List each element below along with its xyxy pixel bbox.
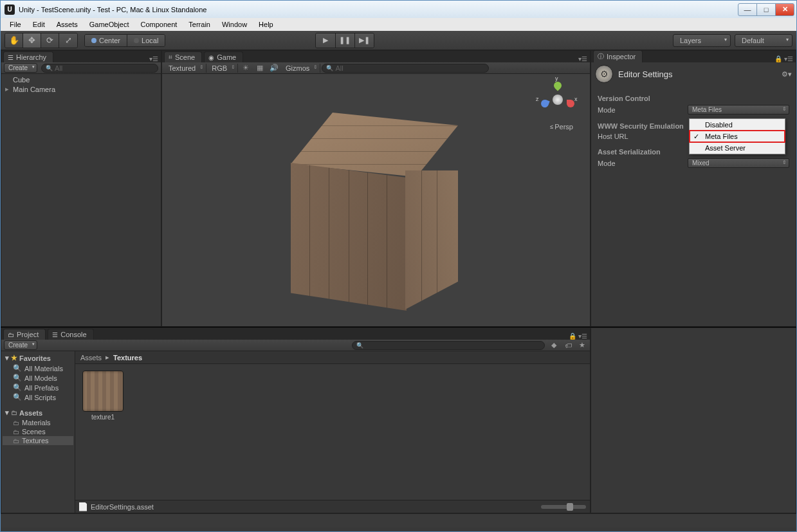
favorite-item[interactable]: 🔍All Materials xyxy=(3,363,73,373)
lock-icon[interactable]: 🔒 ▾☰ xyxy=(774,55,796,62)
asset-grid[interactable]: texture1 xyxy=(75,364,590,500)
breadcrumb-root[interactable]: Assets xyxy=(80,354,102,362)
chevron-right-icon: ▸ xyxy=(105,353,109,362)
tab-scene[interactable]: ⌗Scene xyxy=(164,51,202,62)
scene-viewport[interactable]: y x z ≤Persp xyxy=(162,74,590,326)
center-icon xyxy=(91,38,96,43)
minimize-button[interactable]: ― xyxy=(738,3,757,16)
z-axis-label: z xyxy=(536,96,539,102)
play-button[interactable]: ▶ xyxy=(316,33,335,48)
y-axis-label: y xyxy=(555,75,558,82)
x-axis-cone-icon[interactable] xyxy=(567,100,574,107)
scene-search-input[interactable]: 🔍 All xyxy=(322,64,489,73)
asset-ser-mode-dropdown[interactable]: Mixed xyxy=(688,158,789,168)
hand-tool-button[interactable]: ✋ xyxy=(5,33,23,48)
folder-item[interactable]: 🗀Textures xyxy=(3,436,73,445)
host-url-label: Host URL xyxy=(598,133,688,140)
cube-gameobject[interactable] xyxy=(278,113,471,318)
step-button[interactable]: ▶❚ xyxy=(354,33,374,48)
inspector-title: Editor Settings xyxy=(618,69,776,79)
menu-gameobject[interactable]: GameObject xyxy=(84,19,134,30)
folder-icon: 🗀 xyxy=(13,419,19,427)
menu-file[interactable]: File xyxy=(5,19,26,30)
scene-toolbar: Textured RGB ☀ ▦ 🔊 Gizmos 🔍 All xyxy=(162,62,590,74)
favorite-item[interactable]: 🔍All Models xyxy=(3,373,73,383)
popup-option-asset-server[interactable]: Asset Server xyxy=(690,142,785,154)
texture-thumbnail xyxy=(82,371,124,412)
orientation-gizmo[interactable]: y x z xyxy=(538,80,577,119)
hierarchy-item[interactable]: Cube xyxy=(4,75,158,84)
pivot-local-button[interactable]: Local xyxy=(127,35,165,46)
panel-menu-icon[interactable]: ▾☰ xyxy=(149,55,161,62)
pivot-center-button[interactable]: Center xyxy=(85,35,127,46)
tab-game[interactable]: ◉Game xyxy=(204,51,243,62)
console-icon: ☰ xyxy=(52,331,58,338)
project-create-dropdown[interactable]: Create xyxy=(4,340,37,350)
save-search-button[interactable]: ★ xyxy=(577,341,587,350)
panel-menu-icon[interactable]: ▾☰ xyxy=(578,55,590,62)
close-button[interactable]: ✕ xyxy=(775,3,794,16)
folder-item[interactable]: 🗀Scenes xyxy=(3,427,73,436)
scale-tool-button[interactable]: ⤢ xyxy=(59,33,77,48)
scene-audio-toggle[interactable]: 🔊 xyxy=(268,63,280,73)
favorites-group[interactable]: ▾★Favorites xyxy=(3,353,73,363)
menu-component[interactable]: Component xyxy=(135,19,182,30)
layers-dropdown[interactable]: Layers xyxy=(673,34,731,47)
hierarchy-create-dropdown[interactable]: Create xyxy=(4,63,37,73)
inspector-icon: ⓘ xyxy=(598,52,604,61)
menu-assets[interactable]: Assets xyxy=(51,19,83,30)
x-axis-label: x xyxy=(574,96,578,102)
popup-option-meta-files[interactable]: Meta Files xyxy=(690,131,785,142)
inspector-panel: ⓘInspector 🔒 ▾☰ ⚙ Editor Settings ⚙▾ Ver… xyxy=(591,50,796,327)
vc-mode-dropdown[interactable]: Meta Files xyxy=(688,105,789,115)
projection-toggle[interactable]: ≤Persp xyxy=(550,123,573,131)
tab-inspector[interactable]: ⓘInspector xyxy=(593,50,643,62)
menu-window[interactable]: Window xyxy=(217,19,252,30)
search-by-type-button[interactable]: ◆ xyxy=(549,341,559,350)
selected-asset-path: EditorSettings.asset xyxy=(91,503,154,511)
hierarchy-search-input[interactable]: 🔍 All xyxy=(41,64,158,73)
asset-tile[interactable]: texture1 xyxy=(82,371,124,421)
y-axis-cone-icon[interactable] xyxy=(553,80,563,91)
tab-console[interactable]: ☰Console xyxy=(48,329,93,340)
pause-button[interactable]: ❚❚ xyxy=(335,33,354,48)
favorite-item[interactable]: 🔍All Scripts xyxy=(3,392,73,402)
gizmo-center-icon[interactable] xyxy=(553,95,563,105)
component-menu-icon[interactable]: ⚙▾ xyxy=(782,70,792,78)
play-controls: ▶ ❚❚ ▶❚ xyxy=(315,33,374,48)
render-mode-dropdown[interactable]: RGB xyxy=(208,64,238,73)
menu-terrain[interactable]: Terrain xyxy=(183,19,215,30)
search-icon: 🔍 xyxy=(13,383,22,392)
thumbnail-size-slider[interactable] xyxy=(541,505,586,509)
menu-edit[interactable]: Edit xyxy=(28,19,50,30)
search-by-label-button[interactable]: 🏷 xyxy=(563,341,573,350)
lock-icon[interactable]: 🔒 ▾☰ xyxy=(569,333,590,340)
shading-mode-dropdown[interactable]: Textured xyxy=(165,64,206,73)
folder-icon: 🗀 xyxy=(13,437,19,445)
maximize-button[interactable]: □ xyxy=(756,3,776,16)
hierarchy-item[interactable]: ▸Main Camera xyxy=(4,84,158,94)
gizmos-dropdown[interactable]: Gizmos xyxy=(282,64,320,73)
hierarchy-tree: Cube ▸Main Camera xyxy=(1,74,161,326)
game-icon: ◉ xyxy=(208,54,214,61)
folder-item[interactable]: 🗀Materials xyxy=(3,418,73,427)
menu-help[interactable]: Help xyxy=(253,19,279,30)
z-axis-cone-icon[interactable] xyxy=(540,98,549,108)
asset-label: texture1 xyxy=(91,414,115,421)
layout-dropdown[interactable]: Default xyxy=(735,34,792,47)
gear-icon: ⚙ xyxy=(595,65,613,83)
rotate-tool-button[interactable]: ⟳ xyxy=(41,33,59,48)
project-panel: 🗀Project ☰Console 🔒 ▾☰ Create 🔍 ◆ 🏷 ★ xyxy=(1,327,591,513)
scene-fx-toggle[interactable]: ▦ xyxy=(253,63,266,73)
scene-light-toggle[interactable]: ☀ xyxy=(239,63,252,73)
move-tool-button[interactable]: ✥ xyxy=(23,33,41,48)
popup-option-disabled[interactable]: Disabled xyxy=(690,119,785,131)
favorite-item[interactable]: 🔍All Prefabs xyxy=(3,383,73,392)
window-controls: ― □ ✕ xyxy=(738,3,794,16)
assets-group[interactable]: ▾🗀Assets xyxy=(3,407,73,418)
folder-icon: 🗀 xyxy=(11,409,17,416)
project-search-input[interactable]: 🔍 xyxy=(352,341,545,350)
tab-hierarchy[interactable]: ☰Hierarchy xyxy=(3,51,53,62)
breadcrumb-leaf[interactable]: Textures xyxy=(113,354,142,362)
tab-project[interactable]: 🗀Project xyxy=(3,329,46,340)
